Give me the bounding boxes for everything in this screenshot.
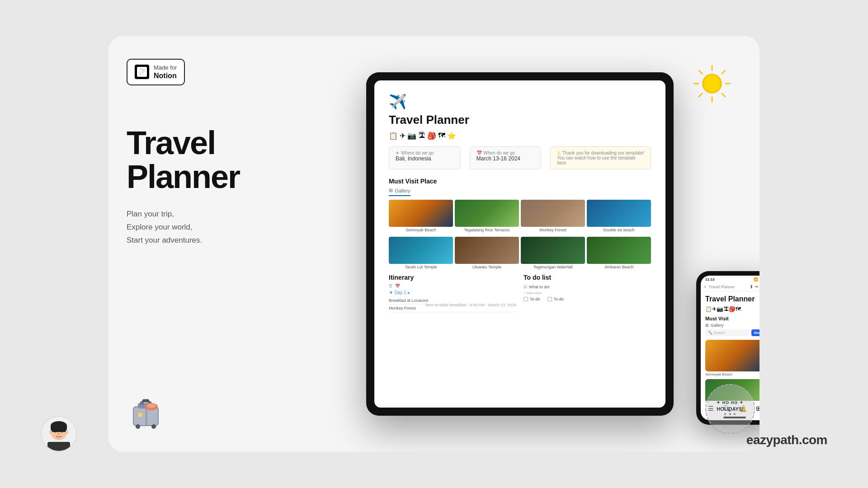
notion-badge-text: Made for Notion [154, 64, 177, 80]
notion-logo-icon: N [135, 65, 149, 79]
photo-monkey: Monkey Forest [521, 200, 585, 232]
must-visit-title: Must Visit Place [389, 178, 651, 185]
svg-point-30 [49, 430, 52, 434]
svg-text:N: N [138, 69, 143, 75]
svg-rect-32 [47, 442, 70, 451]
notion-badge[interactable]: N Made for Notion [127, 59, 185, 85]
todo-section: To do list ☑ What to do! + New item To-d… [524, 274, 651, 312]
itinerary-section: Itinerary ☰📅 ▼ Day 1 ▸ Breakfast at Loca… [389, 274, 516, 312]
phone-new-button[interactable]: New [751, 329, 760, 336]
svg-rect-9 [146, 407, 147, 426]
center-section: ✈️ Travel Planner 📋✈📷🏝🎒🗺⭐ ✈ Where do we … [280, 36, 760, 452]
website-credit: eazypath.com [746, 433, 827, 447]
avatar-section [41, 416, 77, 452]
photo-jimbaran: Jimbaran Beach [587, 237, 651, 269]
phone-gallery-label: ⊞ Gallery [705, 323, 760, 328]
phone-search-row: 🔍 Search New [705, 329, 760, 336]
photo-tegenungan: Tegenungan Waterfall [521, 237, 585, 269]
title-block: Travel Planner Plan your trip, Explore y… [127, 126, 262, 247]
photo-tegalalang: Tegalalang Rice Terraces [455, 200, 519, 232]
photo-seminyak: Seminyak Beach [389, 200, 453, 232]
phone-search-input[interactable]: 🔍 Search [705, 329, 750, 336]
avatar-image [41, 416, 77, 452]
gallery-label: ⊞ Gallery [389, 188, 410, 196]
luggage-icon [127, 393, 167, 434]
tagline: Plan your trip, Explore your world, Star… [127, 208, 262, 247]
page-emoji: ✈️ [389, 93, 651, 110]
svg-line-18 [699, 70, 702, 74]
phone-photo-1 [705, 340, 760, 371]
left-panel: N Made for Notion Travel Planner Plan yo… [108, 36, 280, 452]
made-for-label: Made for [154, 64, 177, 71]
photo-double-six: Double six beach [587, 200, 651, 232]
notion-page-content: ✈️ Travel Planner 📋✈📷🏝🎒🗺⭐ ✈ Where do we … [374, 80, 665, 408]
phone-nav: ‹ Travel Planner ⬆ ✏ ⋯ [701, 282, 760, 291]
template-note: ⚠ Thank you for downloading our template… [550, 146, 651, 169]
sun-decoration [692, 63, 732, 106]
svg-line-20 [722, 70, 725, 74]
bottom-sections: Itinerary ☰📅 ▼ Day 1 ▸ Breakfast at Loca… [389, 274, 651, 312]
photo-grid-bottom: Tanah Lot Temple Uluwatu Temple Tegenung… [389, 237, 651, 269]
svg-rect-26 [51, 426, 67, 432]
svg-point-7 [136, 424, 140, 429]
svg-rect-6 [142, 399, 149, 402]
info-fields: ✈ Where do we go Bali, Indonesia 📅 When … [389, 146, 651, 169]
svg-point-31 [66, 430, 68, 434]
notion-page-title: Travel Planner [389, 113, 651, 127]
svg-point-8 [151, 424, 156, 429]
tablet-mockup: ✈️ Travel Planner 📋✈📷🏝🎒🗺⭐ ✈ Where do we … [366, 72, 674, 416]
notion-label: Notion [154, 71, 177, 80]
svg-line-21 [699, 94, 702, 97]
edit-icon[interactable]: ✏ [755, 284, 759, 289]
svg-point-28 [61, 430, 63, 432]
when-field: 📅 When do we go March 13-16 2024 [470, 146, 542, 169]
tablet-screen: ✈️ Travel Planner 📋✈📷🏝🎒🗺⭐ ✈ Where do we … [374, 80, 665, 408]
svg-line-19 [722, 94, 725, 97]
svg-point-23 [704, 75, 720, 92]
photo-tanah-lot: Tanah Lot Temple [389, 237, 453, 269]
page-title: Travel Planner [127, 126, 262, 194]
page-icons-row: 📋✈📷🏝🎒🗺⭐ [389, 131, 651, 140]
where-field: ✈ Where do we go Bali, Indonesia [389, 146, 461, 169]
svg-point-27 [54, 430, 57, 432]
holidays-text: ✦ HO HO ✦ HOLIDAYS! ✦ ✦ ✦ [717, 400, 744, 418]
holidays-circle: ✦ HO HO ✦ HOLIDAYS! ✦ ✦ ✦ [705, 384, 755, 434]
photo-grid-top: Seminyak Beach Tegalalang Rice Terraces … [389, 200, 651, 232]
svg-point-29 [58, 432, 60, 435]
back-button[interactable]: ‹ [704, 284, 706, 289]
phone-grid-icon[interactable]: ⊞ [756, 405, 760, 412]
svg-point-13 [138, 413, 142, 417]
main-card: N Made for Notion Travel Planner Plan yo… [108, 36, 760, 452]
holidays-badge: ✦ HO HO ✦ HOLIDAYS! ✦ ✦ ✦ [705, 384, 755, 434]
svg-point-11 [147, 404, 156, 408]
share-icon[interactable]: ⬆ [750, 284, 753, 289]
photo-uluwatu: Uluwatu Temple [455, 237, 519, 269]
phone-status-bar: 11:13 📶🔋 [701, 276, 760, 282]
